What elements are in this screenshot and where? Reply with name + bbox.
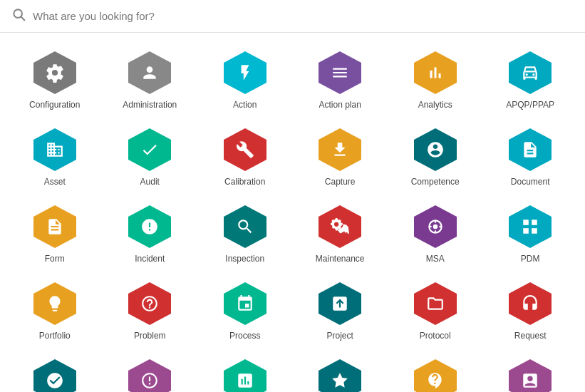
hex-icon-configuration [32,50,78,96]
icon-symbol-action-plan [331,63,349,82]
hex-icon-inspection [222,204,268,249]
icon-symbol-problem [140,294,159,313]
icon-item-form[interactable]: Form [7,194,102,271]
icon-symbol-protocol [426,294,445,313]
icon-symbol-pdm [521,217,539,236]
icon-label-form: Form [45,254,65,264]
icon-symbol-inspection [236,217,254,236]
icon-item-configuration[interactable]: Configuration [7,40,102,117]
icon-label-configuration: Configuration [29,100,80,110]
icon-label-problem: Problem [134,331,166,341]
icon-item-calibration[interactable]: Calibration [197,117,292,194]
icon-label-asset: Asset [44,177,66,187]
icon-label-portfolio: Portfolio [39,331,71,341]
hex-icon-incident [127,204,172,249]
icon-item-msa[interactable]: MSA [388,194,482,271]
svg-point-8 [526,73,528,76]
icon-item-icon-r5-3[interactable] [197,348,292,392]
hex-icon-action [222,50,268,96]
hex-icon-analytics [413,50,458,96]
icon-symbol-portfolio [46,294,64,313]
icon-symbol-capture [331,140,349,159]
search-input[interactable] [33,10,574,22]
icon-item-action-plan[interactable]: Action plan [292,40,387,117]
icon-item-document[interactable]: Document [482,117,577,194]
icon-label-capture: Capture [325,177,356,187]
icon-item-process[interactable]: Process [197,271,292,348]
icon-item-asset[interactable]: Asset [7,117,102,194]
icon-item-icon-r5-5[interactable] [388,348,482,392]
icon-symbol-maintenance [331,217,349,236]
icon-symbol-incident [140,217,159,236]
icon-label-calibration: Calibration [224,177,265,187]
icon-symbol-icon-r5-2 [140,371,159,390]
hex-icon-asset [32,127,78,172]
icon-symbol-icon-r5-3 [236,371,254,390]
icon-item-analytics[interactable]: Analytics [388,40,482,117]
hex-icon-document [507,127,553,172]
icon-label-incident: Incident [135,254,165,264]
icon-label-pdm: PDM [521,254,540,264]
icon-item-audit[interactable]: Audit [102,117,197,194]
icon-item-icon-r5-2[interactable] [102,348,197,392]
icon-item-inspection[interactable]: Inspection [197,194,292,271]
icon-item-incident[interactable]: Incident [102,194,197,271]
icon-item-request[interactable]: Request [482,271,577,348]
hex-icon-icon-r5-6 [507,358,553,392]
icon-item-project[interactable]: Project [292,271,387,348]
svg-rect-29 [532,220,537,225]
icon-symbol-action [236,63,254,82]
icon-item-apqp-ppap[interactable]: APQP/PPAP [482,40,577,117]
icon-symbol-process [236,294,254,313]
icon-item-administration[interactable]: Administration [102,40,197,117]
icon-symbol-administration [140,63,159,82]
hex-icon-administration [127,50,172,96]
hex-icon-protocol [413,281,458,326]
icon-symbol-apqp-ppap [521,63,539,82]
hex-icon-pdm [507,204,553,249]
icon-item-pdm[interactable]: PDM [482,194,577,271]
hex-icon-apqp-ppap [507,50,553,96]
icon-label-competence: Competence [411,177,460,187]
icon-label-maintenance: Maintenance [316,254,365,264]
hex-icon-icon-r5-2 [127,358,172,392]
hex-icon-portfolio [32,281,78,326]
hex-icon-icon-r5-3 [222,358,268,392]
hex-icon-form [32,204,78,249]
icon-item-protocol[interactable]: Protocol [388,271,482,348]
icon-label-msa: MSA [426,254,445,264]
icon-symbol-audit [140,140,159,159]
icon-item-icon-r5-4[interactable] [292,348,387,392]
icon-symbol-msa [426,217,445,236]
icon-label-request: Request [514,331,547,341]
hex-icon-competence [413,127,458,172]
icon-item-capture[interactable]: Capture [292,117,387,194]
icon-symbol-competence [426,140,445,159]
hex-icon-maintenance [317,204,363,249]
icon-item-portfolio[interactable]: Portfolio [7,271,102,348]
icon-label-inspection: Inspection [225,254,264,264]
icon-label-document: Document [511,177,550,187]
icon-label-apqp-ppap: APQP/PPAP [506,100,554,110]
icon-item-problem[interactable]: Problem [102,271,197,348]
icon-label-analytics: Analytics [418,100,452,110]
icon-symbol-icon-r5-4 [331,371,349,390]
icon-item-action[interactable]: Action [197,40,292,117]
icon-item-competence[interactable]: Competence [388,117,482,194]
hex-icon-msa [413,204,458,249]
hex-icon-project [317,281,363,326]
icon-symbol-asset [46,140,64,159]
icon-item-icon-r5-1[interactable] [7,348,102,392]
icon-symbol-analytics [426,63,445,82]
hex-icon-icon-r5-5 [413,358,458,392]
hex-icon-action-plan [317,50,363,96]
icon-symbol-icon-r5-1 [46,371,64,390]
hex-icon-calibration [222,127,268,172]
hex-icon-icon-r5-1 [32,358,78,392]
icon-item-icon-r5-6[interactable] [482,348,577,392]
svg-line-1 [21,17,25,21]
icon-symbol-icon-r5-6 [521,371,539,390]
icon-item-maintenance[interactable]: Maintenance [292,194,387,271]
search-bar [0,0,585,33]
icon-symbol-form [46,217,64,236]
